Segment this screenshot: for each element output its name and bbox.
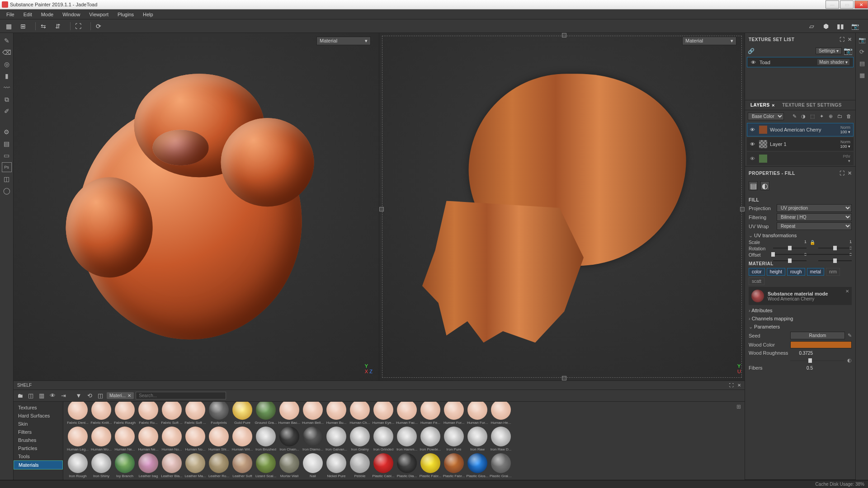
cat-filters[interactable]: Filters: [14, 428, 63, 436]
menu-window[interactable]: Window: [58, 10, 85, 19]
sub-icon[interactable]: ◫: [26, 391, 35, 400]
shelf-item[interactable]: Human He...: [489, 402, 513, 425]
shelf-item[interactable]: Plastic Fabr...: [442, 453, 466, 478]
shelf-item[interactable]: Nail: [301, 453, 325, 478]
filtering-select[interactable]: Bilinear | HQ: [777, 213, 852, 221]
filter-tag[interactable]: Materi...✕: [107, 392, 134, 399]
shelf-item[interactable]: Plastic Fabr...: [419, 453, 442, 478]
layer-vis-icon[interactable]: 👁: [750, 141, 756, 147]
projection-select[interactable]: UV projection: [777, 204, 852, 212]
shelf-item[interactable]: Human Ch...: [348, 402, 372, 425]
globe-tab-icon[interactable]: ◐: [760, 181, 769, 190]
seed-edit-icon[interactable]: ✎: [848, 333, 852, 338]
shelf-item[interactable]: Nickel Pure: [325, 453, 348, 478]
filter-icon[interactable]: ▼: [74, 391, 83, 400]
shelf-item[interactable]: Plastic Grain...: [489, 453, 513, 478]
shelf-item[interactable]: Human Wri...: [231, 427, 254, 451]
channel-height[interactable]: height: [767, 268, 785, 276]
material-preview[interactable]: Substance material mode Wood American Ch…: [749, 287, 852, 305]
panel-close-icon[interactable]: ✕: [848, 37, 852, 42]
tab-texture-set-settings[interactable]: TEXTURE SET SETTINGS: [778, 100, 845, 110]
shelf-grid[interactable]: ⊞ Fabric Deni...Fabric Knitt...Fabric Ro…: [63, 402, 745, 480]
shelf-item[interactable]: Human Bu...: [325, 402, 348, 425]
shelf-item[interactable]: Fabric Rough: [113, 402, 137, 425]
add-icon[interactable]: ◫: [96, 391, 105, 400]
layer-vis-icon[interactable]: 👁: [750, 127, 756, 132]
brush-icon[interactable]: ✎: [2, 36, 12, 46]
shelf-item[interactable]: Human No...: [184, 427, 207, 451]
shelf-item[interactable]: Gold Pure: [231, 402, 254, 425]
attributes-toggle[interactable]: Attributes: [749, 308, 852, 313]
snapshot-icon[interactable]: 📷: [850, 21, 860, 31]
cat-brushes[interactable]: Brushes: [14, 436, 63, 444]
layers-icon[interactable]: ▤: [2, 139, 12, 149]
close-button[interactable]: ✕: [854, 0, 868, 9]
shelf-item[interactable]: Pebble: [348, 453, 372, 478]
refresh-icon[interactable]: ⟳: [94, 21, 104, 31]
shelf-item[interactable]: Iron Rough: [66, 453, 90, 478]
eraser-icon[interactable]: ⌫: [2, 47, 12, 57]
wood-color-swatch[interactable]: [790, 341, 852, 348]
library-icon[interactable]: ◫: [2, 174, 12, 184]
cat-skin[interactable]: Skin: [14, 420, 63, 428]
picker-icon[interactable]: ✐: [2, 106, 12, 116]
delete-layer-icon[interactable]: 🗑: [844, 112, 853, 120]
smudge-icon[interactable]: 〰: [2, 83, 12, 93]
shelf-item[interactable]: Leather bag: [137, 453, 160, 478]
layer-vis-icon[interactable]: 👁: [750, 156, 756, 161]
channel-select[interactable]: Base Color: [748, 113, 784, 120]
camera-small-icon[interactable]: 📷: [844, 47, 853, 55]
props-close-icon[interactable]: ✕: [848, 170, 852, 176]
uvwrap-select[interactable]: Repeat: [777, 222, 852, 230]
fill-tab-icon[interactable]: ▤: [749, 181, 758, 190]
shelf-item[interactable]: Iron Hamm...: [395, 427, 419, 451]
ring-icon[interactable]: ◯: [2, 186, 12, 196]
param-options-icon[interactable]: ◐: [847, 357, 852, 363]
seed-random-button[interactable]: Random: [790, 332, 845, 339]
channel-color[interactable]: color: [749, 268, 765, 276]
shelf-item[interactable]: Human For...: [442, 402, 466, 425]
shelf-item[interactable]: Iron Raw: [466, 427, 489, 451]
shelf-item[interactable]: Lizard Scal...: [254, 453, 278, 478]
settings-button[interactable]: Settings ▾: [816, 47, 842, 54]
shelf-item[interactable]: Iron Shiny: [90, 453, 113, 478]
shelf-item[interactable]: Human No...: [160, 427, 184, 451]
shelf-item[interactable]: Footprints: [207, 402, 231, 425]
shelf-item[interactable]: Iron Pure: [442, 427, 466, 451]
shelf-item[interactable]: Leather Soft: [231, 453, 254, 478]
shelf-item[interactable]: Iron Grinded: [372, 427, 395, 451]
expand-icon[interactable]: ⛶: [73, 21, 83, 31]
shader-dropdown[interactable]: Main shader ▾: [817, 59, 849, 65]
menu-viewport[interactable]: Viewport: [85, 10, 113, 19]
fill-icon[interactable]: ▮: [2, 71, 12, 81]
mirror-h-icon[interactable]: ⇆: [38, 21, 48, 31]
collection-icon[interactable]: ▥: [37, 391, 46, 400]
viewport-mode-dropdown[interactable]: Material: [316, 37, 371, 45]
shelf-item[interactable]: Mortar Wall: [278, 453, 301, 478]
folder-layer-icon[interactable]: 🗀: [835, 112, 844, 120]
grid-toggle-icon[interactable]: ⊞: [736, 404, 741, 410]
monitor-icon[interactable]: ▭: [2, 150, 12, 160]
reset-icon[interactable]: ⟲: [85, 391, 94, 400]
shelf-item[interactable]: Leather Ro...: [207, 453, 231, 478]
shelf-item[interactable]: Human Fac...: [395, 402, 419, 425]
clone-icon[interactable]: ⧉: [2, 94, 12, 104]
cat-materials[interactable]: Materials: [14, 460, 63, 469]
menu-mode[interactable]: Mode: [37, 10, 58, 19]
shelf-item[interactable]: Leather Bla...: [160, 453, 184, 478]
cube-icon[interactable]: ⬢: [821, 21, 831, 31]
parameters-toggle[interactable]: Parameters: [749, 324, 852, 330]
smart-icon[interactable]: ✦: [817, 112, 826, 120]
shelf-item[interactable]: Fabric Deni...: [66, 402, 90, 425]
maximize-button[interactable]: ▭: [840, 0, 854, 9]
layer-row[interactable]: 👁 Wood American Cherry Norm100 ▾: [747, 123, 854, 136]
shelf-item[interactable]: Human Shi...: [207, 427, 231, 451]
mask-icon[interactable]: ◑: [799, 112, 807, 120]
cat-tools[interactable]: Tools: [14, 452, 63, 460]
shelf-item[interactable]: Leather Ma...: [184, 453, 207, 478]
shelf-item[interactable]: Fabric Ro...: [137, 402, 160, 425]
perspective-icon[interactable]: ▱: [807, 21, 816, 31]
lock-icon[interactable]: 🔒: [809, 240, 816, 245]
shelf-item[interactable]: Plastic Cabl...: [372, 453, 395, 478]
shelf-expand-icon[interactable]: ⛶: [729, 383, 734, 388]
